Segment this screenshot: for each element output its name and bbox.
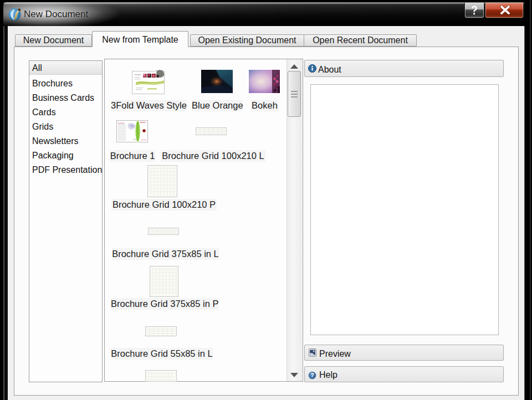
- svg-text:?: ?: [310, 372, 314, 378]
